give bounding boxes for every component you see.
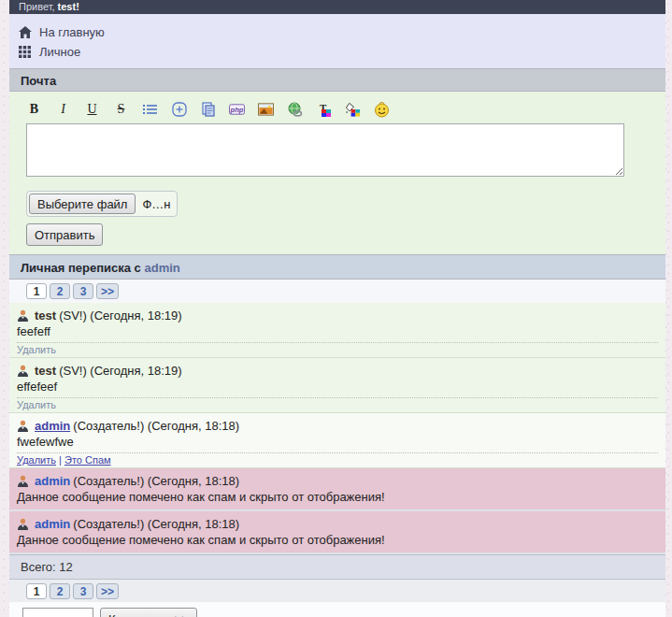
message-meta: (Создатель!) (Сегодня, 18:18) [73, 517, 239, 531]
page-button-next[interactable]: >> [96, 283, 119, 299]
message-text: feefeff [17, 323, 658, 340]
svg-text:php: php [230, 106, 244, 114]
strike-icon[interactable]: S [113, 102, 129, 118]
nav-item-label: Личное [39, 45, 80, 59]
page-button-3[interactable]: 3 [73, 583, 93, 599]
send-button[interactable]: Отправить [26, 223, 103, 246]
message-meta: (SV!) (Сегодня, 18:19) [59, 364, 181, 378]
user-avatar-icon [17, 365, 29, 377]
goto-page-input[interactable] [22, 608, 93, 617]
user-avatar-icon [17, 309, 29, 322]
pagination-bottom: 123>> [9, 579, 665, 602]
spam-notice-text: Данное сообщение помечено как спам и скр… [17, 489, 658, 506]
plus-icon[interactable] [171, 102, 187, 118]
message-username-link[interactable]: admin [35, 474, 70, 488]
link-icon[interactable] [287, 102, 303, 118]
total-band: Всего: 12 [9, 554, 665, 579]
goto-page-button[interactable]: К странице >> [100, 608, 197, 617]
format-toolbar: B I U S php T [26, 101, 665, 118]
delete-link[interactable]: Удалить [17, 454, 56, 466]
nav-item-home[interactable]: На главную [19, 22, 656, 42]
message-row: admin (Создатель!) (Сегодня, 18:18) fwef… [9, 413, 665, 468]
page-button-2[interactable]: 2 [50, 583, 70, 599]
thread-title: Личная переписка с [21, 261, 144, 275]
message-meta: (Создатель!) (Сегодня, 18:18) [73, 474, 239, 488]
message-username-link[interactable]: admin [35, 419, 70, 433]
page-button-next[interactable]: >> [96, 583, 119, 599]
underline-icon[interactable]: U [84, 102, 100, 118]
message-text: fwefewfwe [17, 434, 658, 451]
message-row: test (SV!) (Сегодня, 18:19) feefeff Удал… [9, 303, 665, 358]
spam-link[interactable]: Это Спам [64, 454, 111, 466]
copy-icon[interactable] [200, 102, 216, 118]
nav-item-label: На главную [39, 25, 105, 39]
message-meta: (SV!) (Сегодня, 18:19) [59, 308, 181, 323]
bold-icon[interactable]: B [26, 102, 42, 118]
user-avatar-icon [17, 475, 29, 487]
delete-link[interactable]: Удалить [17, 344, 56, 355]
compose-area: B I U S php T [9, 92, 665, 254]
thread-partner-link[interactable]: admin [144, 261, 179, 275]
total-label: Всего: 12 [21, 560, 73, 574]
user-avatar-icon [17, 420, 29, 432]
page-button-1[interactable]: 1 [26, 283, 47, 299]
message-row-spam: admin (Создатель!) (Сегодня, 18:18) Данн… [9, 468, 665, 511]
delete-link[interactable]: Удалить [17, 399, 56, 410]
smiley-icon[interactable] [374, 102, 390, 118]
fill-color-icon[interactable] [345, 102, 361, 118]
image-icon[interactable] [258, 102, 274, 118]
greeting-username: test! [58, 1, 79, 12]
page-button-1[interactable]: 1 [26, 583, 47, 599]
page: Привет, test! На главную Личное [9, 0, 665, 617]
message-meta: (Создатель!) (Сегодня, 18:18) [73, 419, 239, 433]
message-row-spam: admin (Создатель!) (Сегодня, 18:18) Данн… [9, 511, 665, 554]
italic-icon[interactable]: I [55, 102, 71, 118]
message-username-link[interactable]: admin [35, 517, 70, 531]
message-username: test [35, 364, 56, 378]
page-button-2[interactable]: 2 [50, 283, 70, 299]
greeting-text: Привет, [19, 1, 58, 12]
message-text: effefeef [17, 379, 658, 395]
page-button-3[interactable]: 3 [73, 283, 93, 299]
spam-notice-text: Данное сообщение помечено как спам и скр… [17, 532, 658, 549]
home-icon [19, 26, 32, 38]
goto-page-row: К странице >> [9, 602, 665, 617]
grid-icon [19, 46, 32, 58]
pagination-top: 123>> [9, 280, 665, 303]
file-input[interactable]: Выберите файл Ф…н [26, 191, 178, 217]
greeting-bar: Привет, test! [9, 0, 665, 14]
user-avatar-icon [17, 518, 29, 530]
list-icon[interactable] [142, 102, 158, 118]
links-separator: | [56, 454, 64, 466]
message-textarea[interactable] [26, 123, 624, 177]
text-color-icon[interactable]: T [316, 102, 332, 118]
mail-section-title: Почта [21, 74, 56, 88]
php-icon[interactable]: php [229, 102, 245, 118]
message-row: test (SV!) (Сегодня, 18:19) effefeef Уда… [9, 358, 665, 413]
message-username: test [35, 308, 56, 323]
thread-header: Личная переписка с admin [9, 254, 665, 280]
nav: На главную Личное [9, 14, 665, 68]
file-name-label: Ф…н [142, 197, 170, 211]
choose-file-button[interactable]: Выберите файл [29, 194, 136, 214]
nav-item-personal[interactable]: Личное [19, 42, 656, 62]
mail-section-header: Почта [9, 68, 665, 92]
